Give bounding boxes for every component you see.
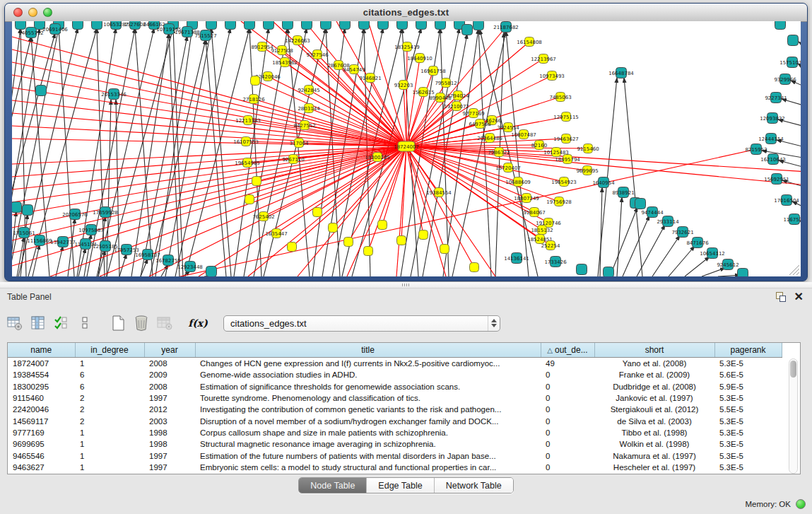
table-cell[interactable]: Franke et al. (2009) (594, 369, 714, 380)
graph-node[interactable]: 7986322 (488, 148, 510, 157)
graph-node[interactable] (738, 269, 748, 277)
table-cell[interactable]: 5.3E-5 (714, 427, 782, 438)
network-canvas[interactable]: 1065328715276026466162140557122069140610… (12, 21, 801, 276)
table-cell[interactable]: 1997 (144, 462, 195, 473)
table-cell[interactable]: 0 (541, 438, 594, 450)
table-cell[interactable]: 14569117 (8, 415, 75, 426)
graph-node[interactable]: 12444154 (758, 134, 784, 144)
table-cell[interactable]: 1997 (144, 450, 195, 461)
graph-node[interactable]: 16154808 (517, 37, 542, 47)
graph-node[interactable]: 12213967 (531, 54, 556, 64)
table-cell[interactable]: 6 (75, 369, 144, 380)
table-cell[interactable]: 1 (75, 462, 144, 473)
table-cell[interactable]: 1 (75, 358, 144, 370)
table-cell[interactable]: 5.3E-5 (714, 358, 782, 370)
graph-node[interactable] (470, 263, 479, 272)
graph-node[interactable]: 20206576 (62, 209, 88, 220)
table-cell[interactable]: 2012 (144, 404, 195, 415)
table-cell[interactable]: 6 (75, 381, 144, 392)
table-cell[interactable]: Nakamura et al. (1997) (594, 450, 714, 461)
zoom-button[interactable] (43, 8, 52, 17)
graph-node[interactable] (264, 21, 274, 30)
graph-node[interactable] (283, 21, 293, 30)
table-cell[interactable]: Estimation of the future numbers of pati… (195, 450, 541, 461)
graph-node[interactable] (419, 230, 428, 240)
graph-node[interactable]: 15692951 (764, 174, 789, 185)
graph-node[interactable] (378, 21, 389, 30)
table-row[interactable]: 1938455462009Genome-wide association stu… (8, 369, 782, 380)
graph-node[interactable]: 16648784 (608, 68, 634, 78)
graph-node[interactable]: 10975887 (78, 225, 104, 235)
graph-node[interactable] (73, 21, 83, 30)
graph-node[interactable]: 19654923 (551, 177, 577, 187)
new-file-icon[interactable] (109, 314, 127, 332)
divider-grip-icon[interactable] (402, 284, 409, 286)
table-cell[interactable]: 1 (75, 450, 144, 461)
graph-node[interactable] (321, 21, 331, 30)
graph-node[interactable] (12, 202, 22, 213)
graph-node[interactable]: 19463627 (553, 134, 579, 144)
graph-node[interactable] (206, 267, 217, 277)
graph-node[interactable]: 10688609 (505, 177, 531, 187)
graph-node[interactable]: 19210072 (444, 102, 469, 111)
table-cell[interactable]: 5.3E-5 (714, 415, 782, 426)
graph-node[interactable]: 9329966 (774, 74, 796, 85)
tab-edge-table[interactable]: Edge Table (367, 478, 434, 493)
graph-node[interactable]: 1635447 (265, 229, 287, 238)
graph-node[interactable] (302, 21, 312, 30)
network-window[interactable]: citations_edges.txt 10653287152760264661… (4, 3, 808, 281)
graph-node[interactable] (378, 221, 387, 230)
row-height-icon[interactable] (76, 314, 94, 332)
table-cell[interactable]: Changes of HCN gene expression and I(f) … (195, 358, 541, 370)
table-cell[interactable]: Corpus callosum shape and size in male p… (195, 427, 541, 438)
table-cell[interactable]: Disruption of a novel member of a sodium… (195, 415, 541, 426)
table-cell[interactable]: 9777169 (8, 427, 75, 438)
table-cell[interactable]: 1997 (144, 392, 195, 404)
graph-node[interactable] (92, 21, 102, 30)
table-cell[interactable]: 18300295 (8, 381, 75, 392)
table-cell[interactable]: 5.5E-5 (714, 404, 782, 415)
window-titlebar[interactable]: citations_edges.txt (5, 4, 807, 22)
table-cell[interactable]: 0 (541, 404, 594, 415)
float-panel-icon[interactable] (776, 292, 786, 302)
graph-node[interactable] (340, 21, 351, 30)
table-cell[interactable]: Yano et al. (2008) (594, 358, 714, 370)
graph-node[interactable] (313, 208, 322, 217)
table-cell[interactable]: 49 (541, 358, 594, 370)
graph-node[interactable] (604, 267, 614, 277)
table-cell[interactable]: 0 (541, 415, 594, 426)
table-row[interactable]: 1830029562008Estimation of significance … (8, 381, 782, 392)
graph-node[interactable]: 10654112 (700, 248, 725, 259)
column-header-short[interactable]: short (594, 343, 714, 358)
graph-node[interactable]: 9146821 (359, 74, 381, 83)
table-select-dropdown[interactable]: citations_edges.txt (223, 315, 500, 332)
table-mode-icon[interactable] (6, 314, 24, 332)
scrollbar-thumb[interactable] (790, 361, 796, 378)
table-row[interactable]: 1872400712008Changes of HCN gene express… (8, 358, 782, 370)
table-cell[interactable]: 1 (75, 438, 144, 450)
column-header-name[interactable]: name (8, 343, 75, 358)
show-columns-icon[interactable] (29, 314, 47, 332)
table-row[interactable]: 911546021997Tourette syndrome. Phenomeno… (8, 392, 782, 404)
graph-node[interactable] (252, 177, 261, 186)
table-cell[interactable]: 2008 (144, 381, 195, 392)
graph-node[interactable]: 18807249 (514, 194, 539, 203)
table-cell[interactable]: 5.6E-5 (714, 369, 782, 380)
tab-node-table[interactable]: Node Table (299, 478, 367, 493)
citation-graph[interactable]: 1065328715276026466162140557122069140610… (12, 21, 801, 276)
table-cell[interactable]: 0 (541, 392, 594, 404)
column-header-pagerank[interactable]: pagerank (714, 343, 782, 358)
table-row[interactable]: 969969511998Structural magnetic resonanc… (8, 438, 782, 450)
table-cell[interactable]: 0 (541, 427, 594, 438)
graph-node[interactable] (251, 76, 260, 86)
close-button[interactable] (13, 8, 23, 17)
table-cell[interactable]: Genome-wide association studies in ADHD. (195, 369, 541, 380)
table-row[interactable]: 2242004622012Investigating the contribut… (8, 404, 782, 415)
table-row[interactable]: 977716911998Corpus callosum shape and si… (8, 427, 782, 438)
graph-node[interactable]: 8215953 (745, 144, 767, 155)
graph-node[interactable]: 7955812 (435, 78, 457, 88)
table-cell[interactable]: Investigating the contribution of common… (195, 404, 541, 415)
graph-node[interactable] (775, 21, 786, 30)
table-cell[interactable]: Tourette syndrome. Phenomenology and cla… (195, 392, 541, 404)
graph-node[interactable]: 1167533 (783, 214, 801, 225)
